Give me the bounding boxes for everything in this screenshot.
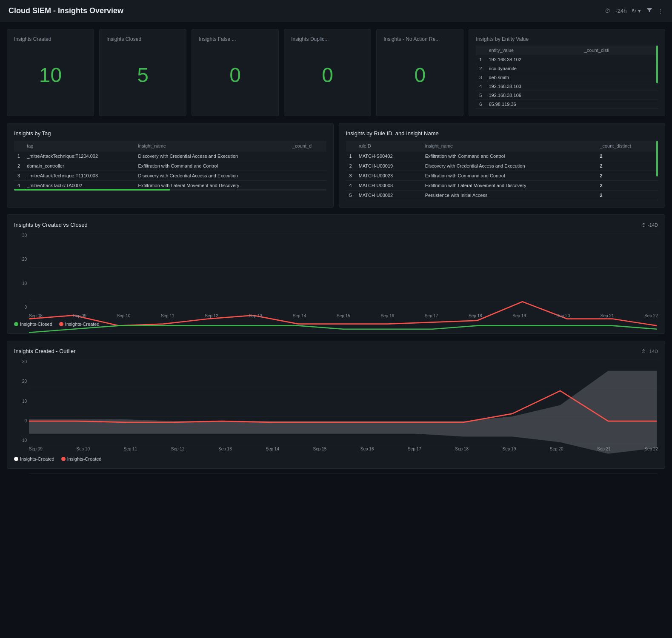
chart2-x-axis: Sep 09Sep 10Sep 11Sep 12Sep 13Sep 14Sep … — [29, 447, 658, 451]
rule-count: 2 — [596, 191, 658, 200]
rule-count: 2 — [596, 181, 658, 191]
chart1-header: Insights by Created vs Closed ⏱ -14D — [14, 222, 658, 228]
rule-table-card: Insights by Rule ID, and Insight Name ru… — [339, 123, 666, 208]
row-num: 1 — [346, 151, 355, 161]
rule-col-num — [346, 141, 355, 151]
app-header: Cloud SIEM - Insights Overview ⏱ -24h ↻ … — [0, 0, 672, 22]
table-row[interactable]: 4192.168.38.103 — [476, 82, 658, 91]
entity-count — [581, 55, 658, 64]
chart1-time: ⏱ -14D — [641, 222, 658, 228]
tag-table: tag insight_name _count_d 1_mitreAttackT… — [14, 141, 326, 191]
stat-closed-value: 5 — [106, 59, 179, 95]
time-range[interactable]: -24h — [615, 8, 626, 14]
rule-insight: Exfiltration with Lateral Movement and D… — [422, 181, 597, 191]
refresh-button[interactable]: ↻ ▾ — [632, 8, 641, 14]
entity-value: 192.168.38.102 — [485, 55, 580, 64]
more-icon[interactable]: ⋮ — [658, 8, 663, 14]
entity-count — [581, 100, 658, 109]
row-num: 5 — [476, 91, 485, 100]
table-row[interactable]: 2domain_controllerExfiltration with Comm… — [14, 161, 326, 171]
entity-value-card: Insights by Entity Value entity_value _c… — [469, 29, 665, 116]
legend-closed-dot — [14, 322, 18, 326]
chart2-svg — [29, 359, 658, 474]
stat-false-label: Insights False ... — [199, 36, 272, 42]
entity-value: 65.98.119.36 — [485, 100, 580, 109]
table-row[interactable]: 5MATCH-U00002Persistence with Initial Ac… — [346, 191, 658, 200]
filter-icon[interactable] — [646, 7, 653, 15]
table-row[interactable]: 5192.168.38.106 — [476, 91, 658, 100]
row-num: 2 — [476, 64, 485, 73]
horizontal-scrollbar[interactable] — [14, 189, 170, 191]
row-num: 2 — [346, 161, 355, 171]
tag-count — [289, 161, 326, 171]
rule-scrollbar[interactable] — [656, 141, 658, 177]
rule-col-count: _count_distinct — [596, 141, 658, 151]
table-row[interactable]: 1_mitreAttackTechnique:T1204.002Discover… — [14, 151, 326, 161]
main-content: Insights Created 10 Insights Closed 5 In… — [0, 22, 672, 482]
header-controls: ⏱ -24h ↻ ▾ ⋮ — [605, 7, 663, 15]
rule-col-id: ruleID — [355, 141, 422, 151]
row-num: 1 — [14, 151, 23, 161]
chart1-svg — [29, 233, 658, 336]
tag-value: _mitreAttackTechnique:T1204.002 — [23, 151, 134, 161]
stat-duplic: Insights Duplic... 0 — [284, 29, 371, 116]
chart1-title: Insights by Created vs Closed — [14, 222, 88, 228]
chart2-title: Insights Created - Outlier — [14, 348, 76, 354]
legend2-white-dot — [14, 457, 18, 461]
entity-card-title: Insights by Entity Value — [476, 36, 658, 42]
tag-insight: Exfiltration with Command and Control — [134, 161, 289, 171]
stat-noaction-value: 0 — [383, 59, 456, 95]
table-row[interactable]: 1MATCH-S00402Exfiltration with Command a… — [346, 151, 658, 161]
row-num: 2 — [14, 161, 23, 171]
chart2-y-axis: 3020100-10 — [14, 359, 27, 443]
tag-insight: Discovery with Credential Access and Exe… — [134, 171, 289, 181]
entity-table: entity_value _count_disti 1192.168.38.10… — [476, 46, 658, 109]
rule-id: MATCH-S00402 — [355, 151, 422, 161]
scrollbar[interactable] — [656, 46, 658, 83]
row-num: 3 — [476, 73, 485, 82]
row-num: 4 — [476, 82, 485, 91]
rule-insight: Exfiltration with Command and Control — [422, 171, 597, 181]
rule-table: ruleID insight_name _count_distinct 1MAT… — [346, 141, 658, 200]
tag-col-tag: tag — [23, 141, 134, 151]
rule-id: MATCH-U00002 — [355, 191, 422, 200]
chart1-card: Insights by Created vs Closed ⏱ -14D 302… — [7, 214, 665, 334]
tag-table-card: Insights by Tag tag insight_name _count_… — [7, 123, 334, 208]
stat-false-value: 0 — [199, 59, 272, 95]
table-row[interactable]: 2rico.dynamite — [476, 64, 658, 73]
rule-col-insight: insight_name — [422, 141, 597, 151]
stat-false: Insights False ... 0 — [192, 29, 279, 116]
chart2-area: 3020100-10 Sep 09Sep 10Sep 11Sep 12Sep 1… — [14, 359, 658, 453]
entity-col-count: _count_disti — [581, 46, 658, 55]
rule-insight: Exfiltration with Command and Control — [422, 151, 597, 161]
page-title: Cloud SIEM - Insights Overview — [9, 6, 123, 15]
table-row[interactable]: 4MATCH-U00008Exfiltration with Lateral M… — [346, 181, 658, 191]
entity-col-value: entity_value — [485, 46, 580, 55]
table-row[interactable]: 2MATCH-U00019Discovery with Credential A… — [346, 161, 658, 171]
entity-count — [581, 91, 658, 100]
tag-value: domain_controller — [23, 161, 134, 171]
stat-noaction-label: Insights - No Action Re... — [383, 36, 456, 42]
entity-count — [581, 73, 658, 82]
rule-insight: Discovery with Credential Access and Exe… — [422, 161, 597, 171]
chart1-y-axis: 3020100 — [14, 233, 27, 310]
entity-value: 192.168.38.103 — [485, 82, 580, 91]
chart2-card: Insights Created - Outlier ⏱ -14D 302010… — [7, 341, 665, 469]
stat-created-value: 10 — [14, 59, 87, 95]
stat-duplic-value: 0 — [291, 59, 364, 95]
stat-duplic-label: Insights Duplic... — [291, 36, 364, 42]
table-row[interactable]: 3_mitreAttackTechnique:T1110.003Discover… — [14, 171, 326, 181]
rule-id: MATCH-U00023 — [355, 171, 422, 181]
tag-insight: Discovery with Credential Access and Exe… — [134, 151, 289, 161]
tag-count — [289, 151, 326, 161]
entity-col-num — [476, 46, 485, 55]
chart2-header: Insights Created - Outlier ⏱ -14D — [14, 348, 658, 354]
entity-value: rico.dynamite — [485, 64, 580, 73]
table-row[interactable]: 665.98.119.36 — [476, 100, 658, 109]
table-row[interactable]: 1192.168.38.102 — [476, 55, 658, 64]
table-row[interactable]: 3deb.smith — [476, 73, 658, 82]
table-row[interactable]: 3MATCH-U00023Exfiltration with Command a… — [346, 171, 658, 181]
svg-marker-9 — [29, 371, 657, 454]
tag-col-insight: insight_name — [134, 141, 289, 151]
entity-count — [581, 64, 658, 73]
